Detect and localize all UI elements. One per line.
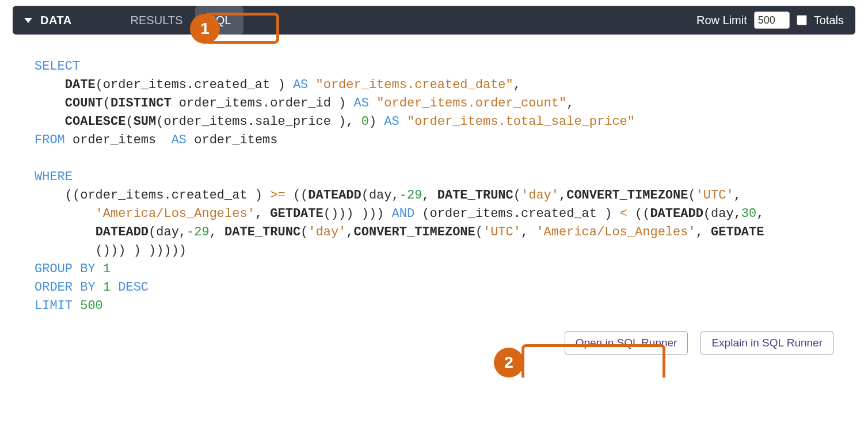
explain-in-sql-runner-button[interactable]: Explain in SQL Runner [701,331,833,354]
annotation-marker-2: 2 [494,348,524,378]
totals-checkbox[interactable] [797,15,807,25]
tab-results[interactable]: RESULTS [118,6,196,35]
data-section-toggle[interactable]: DATA [24,14,72,27]
sql-action-row: Open in SQL Runner Explain in SQL Runner [0,321,868,378]
annotation-marker-1: 1 [190,14,220,44]
sql-code-view: SELECT DATE(order_items.created_at ) AS … [0,35,868,321]
row-limit-label: Row Limit [696,14,747,27]
caret-down-icon [24,18,32,23]
row-limit-input[interactable] [754,12,790,29]
totals-label: Totals [814,14,844,27]
data-tabs: RESULTS SQL [118,6,244,35]
open-in-sql-runner-button[interactable]: Open in SQL Runner [565,331,688,354]
data-panel-header: DATA RESULTS SQL Row Limit Totals [13,6,855,35]
data-label: DATA [40,14,72,27]
